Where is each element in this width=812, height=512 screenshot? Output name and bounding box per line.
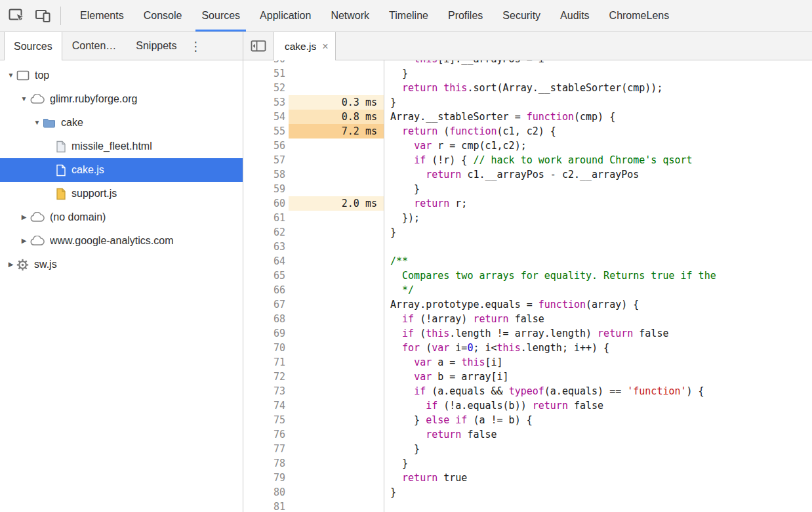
main-tab-sources[interactable]: Sources [192,0,250,32]
code-text[interactable]: } [384,456,812,471]
line-number[interactable]: 58 [243,167,289,182]
main-tab-console[interactable]: Console [134,0,192,32]
line-number[interactable]: 75 [243,413,289,427]
line-number[interactable]: 69 [243,326,289,341]
more-tabs-menu-icon[interactable]: ⋮ [187,32,205,60]
expanded-triangle-icon[interactable]: ▼ [18,96,30,102]
code-text[interactable]: if (!a.equals(b)) return false [384,398,812,413]
line-number[interactable]: 72 [243,370,289,384]
main-tab-timeline[interactable]: Timeline [379,0,438,32]
line-number[interactable]: 80 [243,485,289,500]
code-editor[interactable]: 50 this[i].__arrayPos = i51 }52 return t… [243,60,812,512]
code-text[interactable]: for (var i=0; i<this.length; i++) { [384,341,812,355]
code-text[interactable]: return r; [384,196,812,211]
code-text[interactable]: Array.prototype.equals = function(array)… [384,297,812,312]
main-tab-audits[interactable]: Audits [550,0,599,32]
code-text[interactable]: } [384,442,812,456]
code-text[interactable]: } [384,182,812,196]
line-number[interactable]: 73 [243,384,289,398]
expanded-triangle-icon[interactable]: ▼ [31,119,43,126]
line-number[interactable]: 70 [243,341,289,355]
line-number[interactable]: 74 [243,398,289,413]
main-tab-chromelens[interactable]: ChromeLens [599,0,680,32]
line-number[interactable]: 55 [243,124,289,139]
code-text[interactable]: if (this.length != array.length) return … [384,326,812,341]
inspect-element-button[interactable] [7,7,28,25]
main-tab-elements[interactable]: Elements [70,0,134,32]
tree-item-sw-js[interactable]: ▶sw.js [0,253,243,276]
toggle-navigator-button[interactable] [243,32,274,60]
main-tab-security[interactable]: Security [493,0,550,32]
code-text[interactable]: } [384,485,812,500]
tree-item-cake[interactable]: ▼cake [0,111,243,135]
main-tab-application[interactable]: Application [250,0,321,32]
code-text[interactable]: } else if (a != b) { [384,413,812,427]
code-text[interactable]: }); [384,211,812,225]
tab-close-icon[interactable]: × [322,41,328,52]
device-toolbar-button[interactable] [33,7,54,25]
line-number[interactable]: 50 [243,60,289,66]
line-number[interactable]: 67 [243,297,289,312]
line-number[interactable]: 79 [243,471,289,485]
line-number[interactable]: 64 [243,254,289,268]
code-text[interactable]: return this.sort(Array.__stableSorter(cm… [384,81,812,95]
code-text[interactable]: return (function(c1, c2) { [384,124,812,139]
code-text[interactable]: return true [384,471,812,485]
editor-tab-cake-js[interactable]: cake.js × [274,32,336,60]
code-text[interactable]: return c1.__arrayPos - c2.__arrayPos [384,167,812,182]
code-text[interactable]: if (a.equals && typeof(a.equals) == 'fun… [384,384,812,398]
line-number[interactable]: 63 [243,240,289,254]
line-number[interactable]: 51 [243,66,289,81]
main-tab-profiles[interactable]: Profiles [438,0,493,32]
tree-item-cake-js[interactable]: cake.js [0,158,243,182]
code-text[interactable]: } [384,95,812,110]
line-number[interactable]: 59 [243,182,289,196]
line-number[interactable]: 56 [243,139,289,153]
tree-item-glimr-rubyforge-org[interactable]: ▼glimr.rubyforge.org [0,87,243,111]
code-text[interactable]: Compares two arrays for equality. Return… [384,268,812,283]
tree-item-support-js[interactable]: support.js [0,182,243,205]
line-number[interactable]: 65 [243,268,289,283]
code-text[interactable]: if (!array) return false [384,312,812,326]
code-text[interactable]: Array.__stableSorter = function(cmp) { [384,110,812,124]
line-number[interactable]: 57 [243,153,289,167]
collapsed-triangle-icon[interactable]: ▶ [18,214,30,221]
line-number[interactable]: 61 [243,211,289,225]
code-text[interactable]: } [384,225,812,240]
line-number[interactable]: 77 [243,442,289,456]
line-number[interactable]: 62 [243,225,289,240]
tree-item-top[interactable]: ▼top [0,64,243,87]
line-number[interactable]: 81 [243,500,289,512]
code-text[interactable]: var b = array[i] [384,370,812,384]
line-number[interactable]: 68 [243,312,289,326]
code-text[interactable]: } [384,66,812,81]
code-text[interactable] [384,500,812,512]
profiler-timing [289,442,384,456]
main-tab-network[interactable]: Network [321,0,379,32]
sidebar-tab-sources[interactable]: Sources [4,32,62,60]
expanded-triangle-icon[interactable]: ▼ [5,72,16,79]
sidebar-tab-snippets[interactable]: Snippets [126,32,186,60]
line-number[interactable]: 52 [243,81,289,95]
line-number[interactable]: 66 [243,283,289,297]
collapsed-triangle-icon[interactable]: ▶ [5,261,16,268]
line-number[interactable]: 71 [243,355,289,370]
tree-item-missile-fleet-html[interactable]: missile_fleet.html [0,135,243,158]
code-text[interactable]: var a = this[i] [384,355,812,370]
line-number[interactable]: 54 [243,110,289,124]
line-number[interactable]: 60 [243,196,289,211]
code-text[interactable]: var r = cmp(c1,c2); [384,139,812,153]
tree-item-no-domain[interactable]: ▶(no domain) [0,205,243,229]
sidebar-tab-conten[interactable]: Conten… [62,32,127,60]
line-number[interactable]: 53 [243,95,289,110]
code-text[interactable]: return false [384,427,812,442]
code-text[interactable]: if (!r) { // hack to work around Chrome'… [384,153,812,167]
line-number[interactable]: 76 [243,427,289,442]
code-text[interactable]: /** [384,254,812,268]
line-number[interactable]: 78 [243,456,289,471]
code-text[interactable]: */ [384,283,812,297]
code-text[interactable]: this[i].__arrayPos = i [384,60,812,66]
tree-item-www-google-analytics-com[interactable]: ▶www.google-analytics.com [0,229,243,253]
collapsed-triangle-icon[interactable]: ▶ [18,238,30,244]
code-text[interactable] [384,240,812,254]
